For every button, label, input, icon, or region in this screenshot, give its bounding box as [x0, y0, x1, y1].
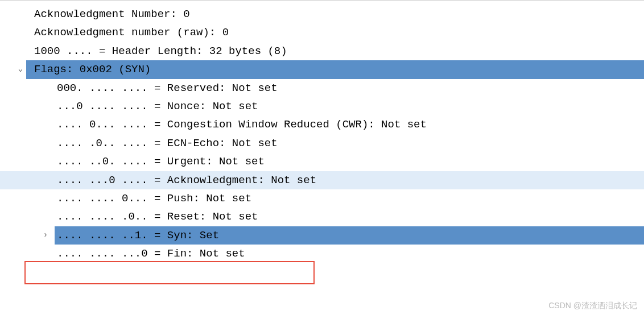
field-push[interactable]: .... .... 0... = Push: Not set — [0, 189, 644, 208]
watermark: CSDN @渣渣洒泪成长记 — [548, 299, 637, 313]
field-text: 1000 .... = Header Length: 32 bytes (8) — [34, 42, 287, 60]
field-text: .... ..0. .... = Urgent: Not set — [57, 152, 265, 171]
packet-tree: Acknowledgment Number: 0 Acknowledgment … — [0, 1, 644, 263]
field-syn[interactable]: › .... .... ..1. = Syn: Set — [0, 226, 644, 245]
annotation-highlight-box — [24, 261, 315, 284]
field-urgent[interactable]: .... ..0. .... = Urgent: Not set — [0, 152, 644, 171]
field-text: .... .... ...0 = Fin: Not set — [57, 245, 245, 263]
field-text: Acknowledgment Number: 0 — [34, 5, 190, 23]
field-cwr[interactable]: .... 0... .... = Congestion Window Reduc… — [0, 115, 644, 134]
field-text: .... .0.. .... = ECN-Echo: Not set — [57, 134, 278, 152]
field-text: .... ...0 .... = Acknowledgment: Not set — [57, 171, 316, 189]
field-flags[interactable]: ⌄ Flags: 0x002 (SYN) — [0, 60, 644, 78]
field-text: .... 0... .... = Congestion Window Reduc… — [57, 115, 427, 134]
field-reserved[interactable]: 000. .... .... = Reserved: Not set — [0, 79, 644, 97]
field-reset[interactable]: .... .... .0.. = Reset: Not set — [0, 208, 644, 226]
chevron-right-icon[interactable]: › — [41, 229, 50, 242]
field-ecn[interactable]: .... .0.. .... = ECN-Echo: Not set — [0, 134, 644, 152]
field-ack-number[interactable]: Acknowledgment Number: 0 — [0, 5, 644, 23]
field-text: ...0 .... .... = Nonce: Not set — [57, 97, 258, 115]
chevron-down-icon[interactable]: ⌄ — [16, 63, 25, 76]
field-text: Flags: 0x002 (SYN) — [34, 60, 151, 78]
field-text: 000. .... .... = Reserved: Not set — [57, 79, 278, 97]
field-acknowledgment[interactable]: .... ...0 .... = Acknowledgment: Not set — [0, 171, 644, 189]
field-ack-number-raw[interactable]: Acknowledgment number (raw): 0 — [0, 23, 644, 42]
field-header-length[interactable]: 1000 .... = Header Length: 32 bytes (8) — [0, 42, 644, 60]
field-text: .... .... ..1. = Syn: Set — [57, 226, 219, 245]
field-nonce[interactable]: ...0 .... .... = Nonce: Not set — [0, 97, 644, 115]
field-text: .... .... 0... = Push: Not set — [57, 189, 251, 208]
field-fin[interactable]: .... .... ...0 = Fin: Not set — [0, 245, 644, 263]
field-text: .... .... .0.. = Reset: Not set — [57, 208, 258, 226]
field-text: Acknowledgment number (raw): 0 — [34, 23, 229, 42]
